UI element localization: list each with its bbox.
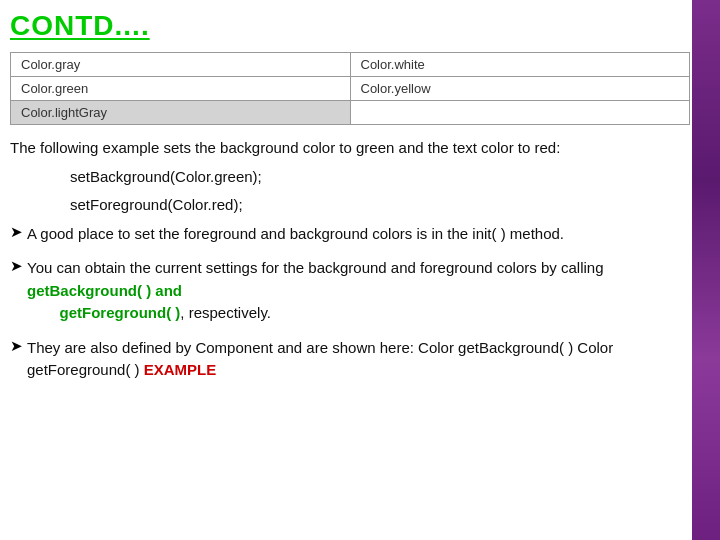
bullet-content-2: You can obtain the current settings for … — [27, 257, 680, 325]
table-row: Color.lightGray — [11, 101, 690, 125]
bullet-item-3: ➤ They are also defined by Component and… — [10, 337, 680, 388]
table-cell: Color.lightGray — [11, 101, 351, 125]
bullet3-example: EXAMPLE — [144, 361, 217, 378]
bullet-content-1: A good place to set the foreground and b… — [27, 223, 680, 246]
bullet-arrow-3: ➤ — [10, 337, 23, 355]
table-cell: Color.green — [11, 77, 351, 101]
table-row: Color.gray Color.white — [11, 53, 690, 77]
bullet2-indent-text: getForeground( ), respectively. — [47, 304, 271, 321]
bullet-item-2: ➤ You can obtain the current settings fo… — [10, 257, 680, 331]
bullet2-part2: , respectively. — [180, 304, 271, 321]
bullet2-getforeground: getForeground( ) — [60, 304, 181, 321]
table-cell: Color.gray — [11, 53, 351, 77]
table-cell — [350, 101, 690, 125]
bullet2-bold1: getBackground( ) and — [27, 282, 182, 299]
table-cell: Color.yellow — [350, 77, 690, 101]
bullet3-text: They are also defined by Component and a… — [27, 339, 613, 379]
bullet-arrow-2: ➤ — [10, 257, 23, 275]
paragraph-1: The following example sets the backgroun… — [10, 137, 680, 160]
table-cell: Color.white — [350, 53, 690, 77]
content-area: CONTD.... Color.gray Color.white Color.g… — [0, 0, 720, 404]
code-line-1: setBackground(Color.green); — [70, 166, 680, 189]
color-table: Color.gray Color.white Color.green Color… — [10, 52, 690, 125]
code-line-2: setForeground(Color.red); — [70, 194, 680, 217]
bullet-content-3: They are also defined by Component and a… — [27, 337, 680, 382]
table-row: Color.green Color.yellow — [11, 77, 690, 101]
bullet-arrow-1: ➤ — [10, 223, 23, 241]
bullet-item-1: ➤ A good place to set the foreground and… — [10, 223, 680, 252]
page-title: CONTD.... — [10, 10, 680, 42]
bullet2-text-part1: You can obtain the current settings for … — [27, 259, 603, 276]
